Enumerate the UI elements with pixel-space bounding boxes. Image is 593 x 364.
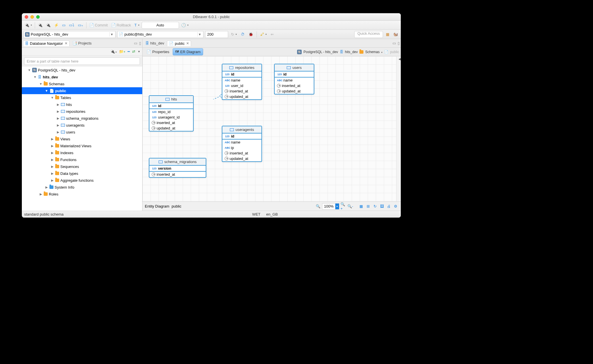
tab-database-navigator[interactable]: 🗄 Database Navigator ✕ bbox=[23, 40, 70, 46]
tree-table-repositories[interactable]: ▶repositories bbox=[22, 108, 142, 115]
entity-schema-migrations[interactable]: schema_migrations 123version inserted_at bbox=[149, 158, 206, 178]
tree-functions[interactable]: ▶Functions bbox=[22, 156, 142, 163]
tree-schemas[interactable]: ▼Schemas bbox=[22, 80, 142, 87]
column-inserted-at[interactable]: inserted_at bbox=[149, 172, 206, 177]
new-sql-script-button[interactable]: ▭⤵ bbox=[68, 22, 76, 29]
crumb-database[interactable]: hits_dev bbox=[345, 50, 358, 54]
close-icon[interactable]: ✕ bbox=[186, 41, 189, 45]
maximize-view-icon[interactable]: ▯ bbox=[398, 41, 400, 45]
settings-icon[interactable]: ⚙ bbox=[393, 204, 398, 209]
schema-selector[interactable]: 📄 public@hits_dev ▾ bbox=[117, 31, 203, 38]
dbeaver-perspective-button[interactable]: 🐿️ bbox=[392, 31, 399, 38]
stop-button[interactable]: ⏱ bbox=[240, 31, 246, 38]
column-repo-id[interactable]: 123repo_id bbox=[149, 109, 193, 115]
sql-editor-button[interactable]: ▭ bbox=[61, 22, 67, 29]
invalidate-button[interactable]: ⚡ bbox=[53, 22, 60, 29]
column-user-id[interactable]: 123user_id bbox=[222, 83, 261, 88]
tree-system-info[interactable]: ▶System Info bbox=[22, 184, 142, 191]
er-diagram-canvas[interactable]: hits 123id 123repo_id 123useragent_id in… bbox=[143, 56, 396, 202]
vertical-scrollbar[interactable]: ◀ bbox=[396, 56, 401, 202]
new-folder-icon[interactable]: 📁+ bbox=[119, 49, 125, 54]
connection-selector[interactable]: 🐘 PostgreSQL - hits_dev ▾ bbox=[24, 31, 115, 38]
tree-sequences[interactable]: ▶Sequences bbox=[22, 163, 142, 170]
column-useragent-id[interactable]: 123useragent_id bbox=[149, 115, 193, 120]
tree-indexes[interactable]: ▶Indexes bbox=[22, 149, 142, 156]
subtab-properties[interactable]: 📄 Properties bbox=[144, 49, 172, 55]
column-id[interactable]: 123id bbox=[222, 133, 261, 140]
entity-repositories[interactable]: repositories 123id ABCname 123user_id in… bbox=[222, 64, 262, 100]
view-menu-icon[interactable]: ▾ bbox=[138, 50, 140, 53]
row-limit-input[interactable] bbox=[205, 31, 228, 38]
entity-hits[interactable]: hits 123id 123repo_id 123useragent_id in… bbox=[149, 95, 194, 131]
zoom-out-icon[interactable]: 🔍- bbox=[347, 204, 353, 209]
column-name[interactable]: ABCname bbox=[275, 78, 314, 83]
entity-users[interactable]: users 123id ABCname inserted_at updated_… bbox=[274, 64, 314, 94]
navigator-filter-input[interactable]: Enter a part of table name here bbox=[24, 57, 140, 65]
column-id[interactable]: 123id bbox=[149, 103, 193, 109]
collapse-icon[interactable]: ━ bbox=[128, 49, 130, 54]
minimize-view-icon[interactable]: ▭ bbox=[392, 41, 396, 45]
entity-useragents[interactable]: useragents 123id ABCname ABCip inserted_… bbox=[222, 126, 262, 162]
column-version[interactable]: 123version bbox=[149, 166, 206, 172]
navigator-tree[interactable]: ▼🐘PostgreSQL - hits_dev ▼🗄hits_dev ▼Sche… bbox=[22, 67, 142, 211]
refresh-diagram-icon[interactable]: ↻ bbox=[372, 204, 378, 209]
link-editor-icon[interactable]: ⇄ bbox=[132, 49, 135, 54]
column-updated-at[interactable]: updated_at bbox=[222, 94, 261, 99]
tree-table-hits[interactable]: ▶hits bbox=[22, 101, 142, 108]
debug-button[interactable]: 🐞 bbox=[247, 31, 254, 38]
subtab-er-diagram[interactable]: 🗺 ER Diagram bbox=[173, 48, 203, 55]
tree-views[interactable]: ▶Views bbox=[22, 135, 142, 142]
column-updated-at[interactable]: updated_at bbox=[149, 125, 193, 131]
maximize-view-icon[interactable]: ▯ bbox=[139, 41, 141, 45]
zoom-in-icon[interactable]: 🔍+ bbox=[340, 204, 346, 209]
perspective-button[interactable]: ▦ bbox=[385, 31, 390, 38]
recent-sql-button[interactable]: ▭₊ bbox=[77, 22, 84, 29]
tx-mode-button[interactable]: T▾ bbox=[133, 22, 140, 29]
editor-tab-public[interactable]: 📄 public ✕ bbox=[167, 40, 191, 46]
column-id[interactable]: 123id bbox=[275, 71, 314, 78]
column-ip[interactable]: ABCip bbox=[222, 145, 261, 150]
new-connection-button[interactable]: 🔌▾ bbox=[24, 22, 33, 29]
toggle-grid-icon[interactable]: ⊞ bbox=[365, 204, 371, 209]
tree-roles[interactable]: ▶Roles bbox=[22, 191, 142, 198]
column-inserted-at[interactable]: inserted_at bbox=[275, 83, 314, 88]
quick-access-button[interactable]: Quick Access bbox=[354, 31, 383, 38]
column-inserted-at[interactable]: inserted_at bbox=[149, 120, 193, 125]
back-arrow-button[interactable]: ⇐ bbox=[269, 31, 275, 38]
column-id[interactable]: 123id bbox=[222, 71, 261, 78]
crumb-schemas[interactable]: Schemas ▾ bbox=[365, 50, 382, 54]
close-icon[interactable]: ✕ bbox=[65, 41, 68, 45]
tree-table-schema-migrations[interactable]: ▶schema_migrations bbox=[22, 115, 142, 122]
print-icon[interactable]: 🖨 bbox=[386, 204, 392, 209]
refresh-button[interactable]: ↻▾ bbox=[230, 31, 238, 38]
tree-table-useragents[interactable]: ▶useragents bbox=[22, 122, 142, 129]
crumb-public[interactable]: public bbox=[390, 50, 399, 54]
tree-data-types[interactable]: ▶Data types bbox=[22, 170, 142, 177]
reconnect-button[interactable]: 🔌 bbox=[45, 22, 52, 29]
commit-button[interactable]: 📄Commit bbox=[88, 22, 109, 29]
layout-icon[interactable]: ▦ bbox=[358, 204, 364, 209]
disconnect-button[interactable]: 🔌 bbox=[37, 22, 44, 29]
tree-table-users[interactable]: ▶users bbox=[22, 129, 142, 135]
tx-auto-combo[interactable]: Auto bbox=[142, 22, 179, 29]
tree-database[interactable]: ▼🗄hits_dev bbox=[22, 73, 142, 80]
editor-tab-hits-dev[interactable]: 🗄 hits_dev bbox=[144, 40, 166, 46]
column-updated-at[interactable]: updated_at bbox=[275, 88, 314, 94]
tree-connection[interactable]: ▼🐘PostgreSQL - hits_dev bbox=[22, 67, 142, 73]
tx-log-button[interactable]: 🕒▾ bbox=[180, 22, 190, 29]
tree-schema-public[interactable]: ▼📄public bbox=[22, 87, 142, 94]
column-inserted-at[interactable]: inserted_at bbox=[222, 88, 261, 94]
tree-tables[interactable]: ▼Tables bbox=[22, 94, 142, 101]
highlight-button[interactable]: 🖍▾ bbox=[259, 31, 268, 38]
tree-materialized-views[interactable]: ▶Materialized Views bbox=[22, 142, 142, 149]
column-name[interactable]: ABCname bbox=[222, 78, 261, 83]
search-icon[interactable]: 🔍 bbox=[315, 204, 321, 209]
zoom-level-combo[interactable]: 100% ▾ bbox=[322, 203, 339, 210]
tab-projects[interactable]: 📑 Projects bbox=[71, 40, 93, 46]
column-inserted-at[interactable]: inserted_at bbox=[222, 150, 261, 156]
tree-aggregate-functions[interactable]: ▶Aggregate functions bbox=[22, 177, 142, 184]
new-connection-icon[interactable]: 🔌▾ bbox=[110, 49, 117, 54]
export-image-icon[interactable]: 🖼 bbox=[379, 204, 385, 209]
rollback-button[interactable]: 📄Rollback bbox=[110, 22, 132, 29]
crumb-connection[interactable]: PostgreSQL - hits_dev bbox=[303, 50, 338, 54]
